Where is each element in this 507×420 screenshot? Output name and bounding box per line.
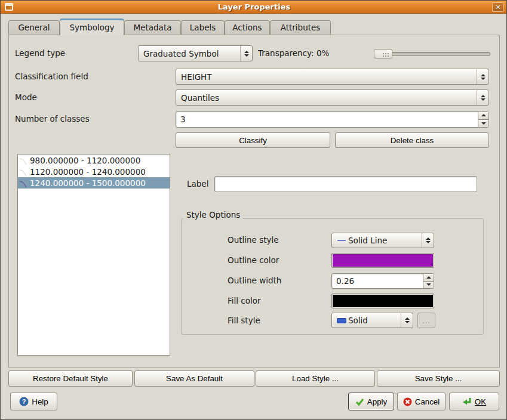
outline-style-label: Outline style — [228, 233, 279, 248]
chevron-updown-icon — [401, 313, 413, 328]
label-field-label: Label — [187, 176, 208, 192]
ok-button[interactable]: OK — [449, 393, 499, 410]
tab-general[interactable]: General — [8, 20, 60, 35]
save-style-button[interactable]: Save Style ... — [377, 370, 500, 387]
class-list[interactable]: 980.000000 - 1120.000000 1120.000000 - 1… — [17, 154, 170, 356]
mode-select[interactable]: Quantiles — [176, 89, 489, 106]
cancel-button[interactable]: Cancel — [397, 393, 445, 410]
close-button[interactable]: ✕ — [492, 2, 504, 12]
outline-style-select[interactable]: Solid Line — [331, 233, 434, 248]
outline-color-swatch[interactable] — [331, 253, 434, 268]
apply-button[interactable]: Apply — [348, 393, 394, 410]
chevron-updown-icon — [240, 46, 252, 61]
enter-arrow-icon — [462, 397, 472, 406]
spin-up-button[interactable] — [423, 274, 434, 281]
fill-style-more-button[interactable]: ... — [417, 313, 435, 328]
spin-up-button[interactable] — [478, 112, 488, 119]
restore-default-style-button[interactable]: Restore Default Style — [8, 370, 133, 387]
class-range-label: 1120.000000 - 1240.000000 — [30, 167, 146, 177]
class-row-1[interactable]: 980.000000 - 1120.000000 — [18, 155, 170, 166]
style-options-title: Style Options — [183, 211, 243, 219]
line-symbol-icon — [19, 178, 28, 188]
mode-label: Mode — [15, 89, 37, 106]
tab-attributes[interactable]: Attributes — [270, 20, 331, 35]
transparency-label: Transparency: 0% — [258, 45, 329, 61]
class-row-3-selected[interactable]: 1240.000000 - 1500.000000 — [18, 177, 170, 189]
tab-symbology[interactable]: Symbology — [60, 18, 124, 35]
titlebar[interactable]: Layer Properties ✕ — [1, 1, 507, 14]
help-label: Help — [32, 397, 48, 406]
fill-color-label: Fill color — [228, 294, 261, 308]
class-row-2[interactable]: 1120.000000 - 1240.000000 — [18, 166, 170, 177]
fill-style-value: Solid — [348, 316, 398, 325]
class-range-label: 1240.000000 - 1500.000000 — [30, 178, 146, 188]
outline-width-spinner[interactable]: 0.26 — [331, 273, 434, 289]
chevron-updown-icon — [477, 90, 488, 105]
tab-actions[interactable]: Actions — [225, 20, 270, 35]
classification-field-select[interactable]: HEIGHT — [176, 69, 489, 85]
line-symbol-icon — [19, 156, 28, 165]
grip-dots-icon — [383, 53, 384, 54]
cancel-icon — [403, 397, 412, 406]
window-icon — [5, 3, 13, 11]
fill-style-label: Fill style — [228, 313, 260, 328]
fill-style-select[interactable]: Solid — [331, 313, 413, 328]
check-icon — [355, 398, 364, 406]
help-icon: ? — [19, 397, 29, 406]
legend-type-label: Legend type — [15, 45, 65, 61]
tab-metadata[interactable]: Metadata — [124, 20, 181, 35]
transparency-slider-handle[interactable] — [374, 49, 392, 58]
chevron-updown-icon — [422, 233, 434, 248]
classify-button[interactable]: Classify — [176, 132, 330, 148]
delete-class-button[interactable]: Delete class — [335, 132, 489, 148]
cancel-label: Cancel — [415, 397, 440, 406]
class-range-label: 980.000000 - 1120.000000 — [30, 156, 140, 165]
save-as-default-button[interactable]: Save As Default — [134, 370, 254, 387]
ok-label: OK — [475, 397, 486, 406]
svg-text:?: ? — [22, 398, 26, 405]
help-button[interactable]: ? Help — [10, 393, 57, 410]
tab-labels[interactable]: Labels — [181, 20, 225, 35]
classification-field-label: Classification field — [15, 69, 88, 85]
spin-down-button[interactable] — [423, 281, 434, 289]
spin-down-button[interactable] — [478, 119, 488, 128]
chevron-updown-icon — [477, 69, 488, 84]
outline-color-label: Outline color — [228, 253, 279, 268]
close-icon: ✕ — [495, 4, 500, 11]
load-style-button[interactable]: Load Style ... — [256, 370, 375, 387]
number-of-classes-value: 3 — [176, 112, 478, 127]
outline-width-value: 0.26 — [332, 274, 423, 288]
number-of-classes-spinner[interactable]: 3 — [176, 111, 489, 128]
outline-style-value: Solid Line — [348, 236, 419, 245]
solid-fill-icon — [337, 318, 346, 323]
mode-value: Quantiles — [181, 93, 474, 103]
solid-line-icon — [337, 239, 346, 242]
apply-label: Apply — [367, 397, 387, 406]
window-title: Layer Properties — [1, 1, 507, 14]
line-symbol-icon — [19, 167, 28, 177]
outline-width-label: Outline width — [228, 273, 281, 288]
classification-field-value: HEIGHT — [181, 72, 474, 82]
legend-type-select[interactable]: Graduated Symbol — [138, 45, 253, 61]
label-input[interactable] — [214, 176, 477, 192]
legend-type-value: Graduated Symbol — [143, 49, 238, 58]
number-of-classes-label: Number of classes — [15, 111, 90, 127]
fill-color-swatch[interactable] — [331, 294, 434, 308]
